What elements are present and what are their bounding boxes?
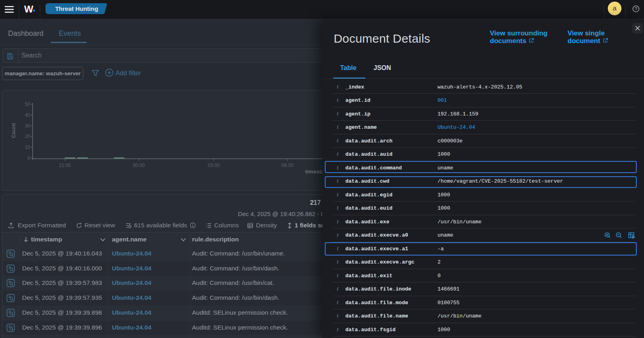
svg-text:?: ? <box>635 6 637 11</box>
